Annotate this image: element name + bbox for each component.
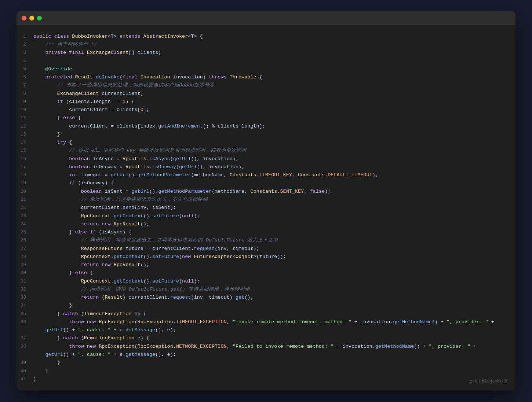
code-line-23: 23 RpcContext.getContext().setFuture(nul… bbox=[17, 212, 515, 220]
code-line-2: 2 /** 用于网络通信 */ bbox=[17, 41, 515, 49]
code-line-8: 8 ExchangeClient currentClient; bbox=[17, 90, 515, 98]
code-line-3: 3 private final ExchangeClient[] clients… bbox=[17, 49, 515, 57]
code-line-5: 5 @Override bbox=[17, 65, 515, 73]
code-line-11: 11 } else { bbox=[17, 114, 515, 122]
code-line-37: 37 } catch (RemotingException e) { bbox=[17, 334, 515, 342]
code-line-39: 39 } bbox=[17, 359, 515, 367]
code-line-18: 18 int timeout = getUrl().getMethodParam… bbox=[17, 171, 515, 179]
code-line-14: 14 try { bbox=[17, 139, 515, 147]
minimize-button[interactable] bbox=[29, 16, 34, 21]
code-line-19: 19 if (isOneway) { bbox=[17, 179, 515, 187]
code-line-20: 20 boolean isSent = getUrl().getMethodPa… bbox=[17, 188, 515, 196]
code-line-12: 12 currentClient = clients[index.getAndI… bbox=[17, 122, 515, 130]
code-line-41: 41 } bbox=[17, 375, 515, 383]
code-line-35: 35 } catch (TimeoutException e) { bbox=[17, 310, 515, 318]
code-line-30: 30 } else { bbox=[17, 269, 515, 277]
code-line-1: 1 public class DubboInvoker<T> extends A… bbox=[17, 33, 515, 41]
code-line-16: 16 boolean isAsync = RpcUtils.isAsync(ge… bbox=[17, 155, 515, 163]
code-line-17: 17 boolean isOneway = RpcUtils.isOneway(… bbox=[17, 163, 515, 171]
code-line-6: 6 protected Result doInvoke(final Invoca… bbox=[17, 73, 515, 81]
code-line-34: 34 } bbox=[17, 302, 515, 310]
code-line-9: 9 if (clients.length == 1) { bbox=[17, 98, 515, 106]
code-line-38b: getUrl() + ", cause: " + e.getMessage(),… bbox=[17, 351, 515, 359]
code-line-36b: getUrl() + ", cause: " + e.getMessage(),… bbox=[17, 326, 515, 334]
code-line-13: 13 } bbox=[17, 130, 515, 139]
code-line-32: 32 // 同步调用，调用 DefaultFuture.get() 等待返回结果… bbox=[17, 285, 515, 294]
code-line-33: 33 return (Result) currentClient.request… bbox=[17, 294, 515, 302]
code-line-27: 27 ResponseFuture future = currentClient… bbox=[17, 245, 515, 253]
code-line-7: 7 // 省略了一些调用信息的处理，例如设置当前客户端Dubbo版本号等 bbox=[17, 81, 515, 89]
close-button[interactable] bbox=[22, 16, 26, 21]
code-line-21: 21 // 单次调用，只需要将请求发送出去，不关心返回结果 bbox=[17, 196, 515, 204]
code-line-40: 40 } bbox=[17, 367, 515, 375]
watermark: @稀土掘金技术社区 bbox=[469, 379, 508, 385]
code-line-38a: 38 throw new RpcException(RpcException.N… bbox=[17, 343, 515, 351]
code-line-25: 25 } else if (isAsync) { bbox=[17, 228, 515, 236]
code-line-36a: 36 throw new RpcException(RpcException.T… bbox=[17, 318, 515, 326]
code-line-4: 4 bbox=[17, 57, 515, 65]
code-line-26: 26 // 异步调用，将请求发送出去，并将本次请求对应的 DefaultFutu… bbox=[17, 236, 515, 244]
code-line-29: 29 return new RpcResult(); bbox=[17, 261, 515, 269]
code-line-31: 31 RpcContext.getContext().setFuture(nul… bbox=[17, 277, 515, 285]
code-line-15: 15 // 根据 URL 中的某些 key 判断本次调用是否为异步调用，或者为单… bbox=[17, 147, 515, 155]
code-editor: 1 public class DubboInvoker<T> extends A… bbox=[17, 25, 515, 391]
code-window: 1 public class DubboInvoker<T> extends A… bbox=[17, 11, 515, 391]
code-line-28: 28 RpcContext.getContext().setFuture(new… bbox=[17, 253, 515, 261]
maximize-button[interactable] bbox=[37, 16, 42, 21]
code-line-22: 22 currentClient.send(inv, isSent); bbox=[17, 204, 515, 212]
code-line-10: 10 currentClient = clients[0]; bbox=[17, 106, 515, 114]
title-bar bbox=[17, 11, 515, 25]
code-line-24: 24 return new RpcResult(); bbox=[17, 220, 515, 228]
